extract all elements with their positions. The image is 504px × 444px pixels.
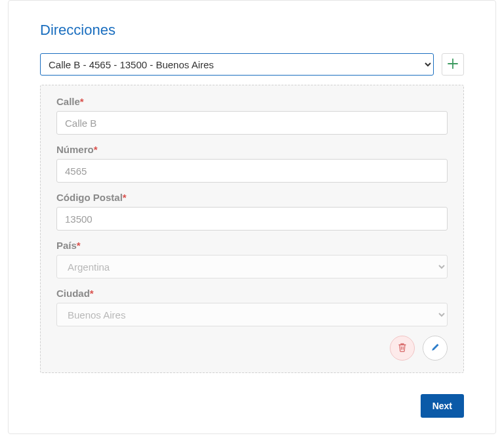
label-ciudad: Ciudad* [56,288,448,299]
address-selector-row: Calle B - 4565 - 13500 - Buenos Aires [40,53,464,76]
label-calle: Calle* [56,96,448,107]
select-pais[interactable]: Argentina [56,255,448,278]
plus-icon [448,58,458,71]
trash-icon [397,342,408,355]
section-title: Direcciones [40,22,464,39]
input-numero[interactable] [56,159,448,183]
edit-button[interactable] [423,336,448,361]
field-ciudad: Ciudad* Buenos Aires [56,288,448,326]
card-footer: Next [40,394,464,418]
address-form-panel: Calle* Número* Código Postal* País* Arge… [40,85,464,373]
delete-button[interactable] [390,336,415,361]
label-pais: País* [56,240,448,251]
form-actions [56,336,448,361]
field-numero: Número* [56,144,448,183]
field-calle: Calle* [56,96,448,135]
address-card: Direcciones Calle B - 4565 - 13500 - Bue… [8,0,496,434]
label-numero: Número* [56,144,448,155]
add-address-button[interactable] [442,53,464,76]
input-calle[interactable] [56,111,448,135]
address-select[interactable]: Calle B - 4565 - 13500 - Buenos Aires [40,53,434,76]
next-button[interactable]: Next [421,394,464,418]
select-ciudad[interactable]: Buenos Aires [56,303,448,326]
pencil-icon [430,342,440,355]
input-codigo-postal[interactable] [56,207,448,231]
label-codigo-postal: Código Postal* [56,192,448,203]
field-pais: País* Argentina [56,240,448,278]
field-codigo-postal: Código Postal* [56,192,448,231]
